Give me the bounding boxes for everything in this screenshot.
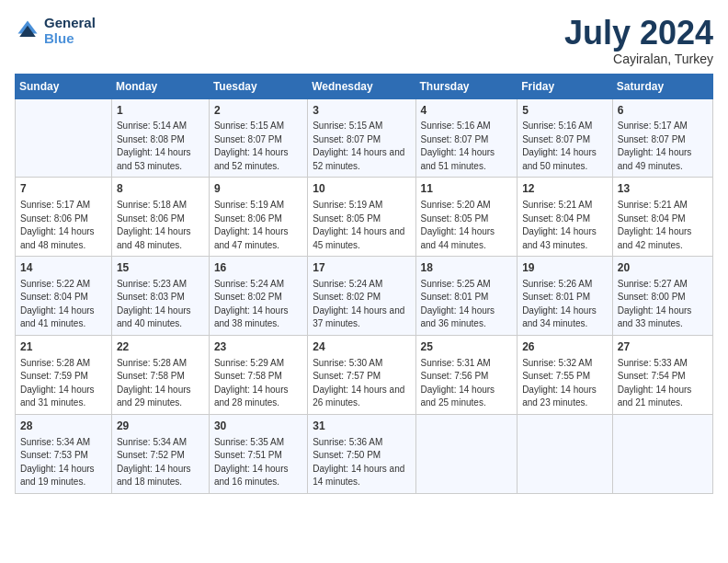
day-number: 30 — [214, 419, 302, 434]
cell-info: Sunrise: 5:26 AMSunset: 8:01 PMDaylight:… — [522, 278, 608, 331]
cell-info: Sunrise: 5:34 AMSunset: 7:53 PMDaylight:… — [20, 436, 107, 489]
cell-info: Sunrise: 5:28 AMSunset: 7:58 PMDaylight:… — [117, 357, 204, 410]
title-block: July 2024 Cayiralan, Turkey — [564, 15, 713, 66]
calendar-row-1: 7Sunrise: 5:17 AMSunset: 8:06 PMDaylight… — [16, 178, 713, 257]
day-number: 9 — [214, 181, 302, 197]
calendar-cell: 3Sunrise: 5:15 AMSunset: 8:07 PMDaylight… — [308, 98, 415, 178]
cell-info: Sunrise: 5:16 AMSunset: 8:07 PMDaylight:… — [421, 120, 513, 173]
cell-info: Sunrise: 5:15 AMSunset: 8:07 PMDaylight:… — [214, 120, 302, 173]
day-number: 5 — [522, 103, 608, 119]
day-number: 18 — [421, 260, 513, 276]
cell-info: Sunrise: 5:19 AMSunset: 8:05 PMDaylight:… — [313, 199, 410, 252]
day-number: 23 — [214, 339, 302, 355]
header-wednesday: Wednesday — [308, 74, 415, 98]
day-number: 14 — [20, 260, 107, 276]
logo-text: General Blue — [44, 15, 96, 46]
day-number: 21 — [20, 339, 107, 355]
cell-info: Sunrise: 5:17 AMSunset: 8:07 PMDaylight:… — [618, 120, 708, 173]
calendar-cell: 1Sunrise: 5:14 AMSunset: 8:08 PMDaylight… — [111, 98, 209, 178]
cell-info: Sunrise: 5:25 AMSunset: 8:01 PMDaylight:… — [421, 278, 513, 331]
calendar-subtitle: Cayiralan, Turkey — [564, 52, 713, 66]
calendar-cell: 9Sunrise: 5:19 AMSunset: 8:06 PMDaylight… — [209, 178, 307, 257]
day-number: 25 — [421, 339, 513, 355]
day-number: 12 — [522, 181, 608, 197]
day-number: 7 — [20, 181, 107, 197]
calendar-cell: 31Sunrise: 5:36 AMSunset: 7:50 PMDayligh… — [308, 414, 415, 493]
calendar-cell: 8Sunrise: 5:18 AMSunset: 8:06 PMDaylight… — [111, 178, 209, 257]
day-number: 31 — [313, 419, 410, 434]
calendar-cell: 14Sunrise: 5:22 AMSunset: 8:04 PMDayligh… — [16, 257, 112, 336]
header-saturday: Saturday — [612, 74, 712, 98]
calendar-row-0: 1Sunrise: 5:14 AMSunset: 8:08 PMDaylight… — [16, 98, 713, 178]
day-number: 8 — [117, 181, 204, 197]
calendar-cell: 26Sunrise: 5:32 AMSunset: 7:55 PMDayligh… — [518, 335, 613, 414]
calendar-cell: 24Sunrise: 5:30 AMSunset: 7:57 PMDayligh… — [308, 335, 415, 414]
calendar-cell: 7Sunrise: 5:17 AMSunset: 8:06 PMDaylight… — [16, 178, 112, 257]
cell-info: Sunrise: 5:21 AMSunset: 8:04 PMDaylight:… — [522, 199, 608, 252]
calendar-cell: 17Sunrise: 5:24 AMSunset: 8:02 PMDayligh… — [308, 257, 415, 336]
cell-info: Sunrise: 5:28 AMSunset: 7:59 PMDaylight:… — [20, 357, 107, 410]
calendar-cell: 25Sunrise: 5:31 AMSunset: 7:56 PMDayligh… — [415, 335, 518, 414]
cell-info: Sunrise: 5:16 AMSunset: 8:07 PMDaylight:… — [522, 120, 608, 173]
header-thursday: Thursday — [415, 74, 518, 98]
day-number: 4 — [421, 103, 513, 119]
day-number: 15 — [117, 260, 204, 276]
day-number: 16 — [214, 260, 302, 276]
cell-info: Sunrise: 5:18 AMSunset: 8:06 PMDaylight:… — [117, 199, 204, 252]
logo: General Blue — [15, 15, 96, 46]
cell-info: Sunrise: 5:31 AMSunset: 7:56 PMDaylight:… — [421, 357, 513, 410]
cell-info: Sunrise: 5:17 AMSunset: 8:06 PMDaylight:… — [20, 199, 107, 252]
header-sunday: Sunday — [16, 74, 112, 98]
calendar-cell: 23Sunrise: 5:29 AMSunset: 7:58 PMDayligh… — [209, 335, 307, 414]
calendar-cell: 30Sunrise: 5:35 AMSunset: 7:51 PMDayligh… — [209, 414, 307, 493]
day-number: 27 — [618, 339, 708, 355]
header-monday: Monday — [111, 74, 209, 98]
calendar-cell: 10Sunrise: 5:19 AMSunset: 8:05 PMDayligh… — [308, 178, 415, 257]
calendar-cell: 22Sunrise: 5:28 AMSunset: 7:58 PMDayligh… — [111, 335, 209, 414]
header-row: Sunday Monday Tuesday Wednesday Thursday… — [16, 74, 713, 98]
day-number: 20 — [618, 260, 708, 276]
day-number: 24 — [313, 339, 410, 355]
day-number: 13 — [618, 181, 708, 197]
calendar-cell — [612, 414, 712, 493]
cell-info: Sunrise: 5:23 AMSunset: 8:03 PMDaylight:… — [117, 278, 204, 331]
calendar-cell: 27Sunrise: 5:33 AMSunset: 7:54 PMDayligh… — [612, 335, 712, 414]
day-number: 29 — [117, 419, 204, 434]
cell-info: Sunrise: 5:24 AMSunset: 8:02 PMDaylight:… — [214, 278, 302, 331]
cell-info: Sunrise: 5:36 AMSunset: 7:50 PMDaylight:… — [313, 436, 410, 489]
calendar-cell: 4Sunrise: 5:16 AMSunset: 8:07 PMDaylight… — [415, 98, 518, 178]
cell-info: Sunrise: 5:35 AMSunset: 7:51 PMDaylight:… — [214, 436, 302, 489]
day-number: 22 — [117, 339, 204, 355]
calendar-cell: 2Sunrise: 5:15 AMSunset: 8:07 PMDaylight… — [209, 98, 307, 178]
header-tuesday: Tuesday — [209, 74, 307, 98]
day-number: 26 — [522, 339, 608, 355]
cell-info: Sunrise: 5:20 AMSunset: 8:05 PMDaylight:… — [421, 199, 513, 252]
cell-info: Sunrise: 5:29 AMSunset: 7:58 PMDaylight:… — [214, 357, 302, 410]
header-friday: Friday — [518, 74, 613, 98]
calendar-cell: 11Sunrise: 5:20 AMSunset: 8:05 PMDayligh… — [415, 178, 518, 257]
day-number: 11 — [421, 181, 513, 197]
day-number: 3 — [313, 103, 410, 119]
cell-info: Sunrise: 5:22 AMSunset: 8:04 PMDaylight:… — [20, 278, 107, 331]
calendar-cell: 15Sunrise: 5:23 AMSunset: 8:03 PMDayligh… — [111, 257, 209, 336]
calendar-row-2: 14Sunrise: 5:22 AMSunset: 8:04 PMDayligh… — [16, 257, 713, 336]
cell-info: Sunrise: 5:27 AMSunset: 8:00 PMDaylight:… — [618, 278, 708, 331]
cell-info: Sunrise: 5:14 AMSunset: 8:08 PMDaylight:… — [117, 120, 204, 173]
logo-icon — [15, 17, 40, 43]
calendar-cell: 19Sunrise: 5:26 AMSunset: 8:01 PMDayligh… — [518, 257, 613, 336]
calendar-cell: 16Sunrise: 5:24 AMSunset: 8:02 PMDayligh… — [209, 257, 307, 336]
cell-info: Sunrise: 5:32 AMSunset: 7:55 PMDaylight:… — [522, 357, 608, 410]
calendar-cell: 29Sunrise: 5:34 AMSunset: 7:52 PMDayligh… — [111, 414, 209, 493]
calendar-cell: 13Sunrise: 5:21 AMSunset: 8:04 PMDayligh… — [612, 178, 712, 257]
calendar-cell: 6Sunrise: 5:17 AMSunset: 8:07 PMDaylight… — [612, 98, 712, 178]
calendar-row-3: 21Sunrise: 5:28 AMSunset: 7:59 PMDayligh… — [16, 335, 713, 414]
calendar-cell: 20Sunrise: 5:27 AMSunset: 8:00 PMDayligh… — [612, 257, 712, 336]
cell-info: Sunrise: 5:30 AMSunset: 7:57 PMDaylight:… — [313, 357, 410, 410]
calendar-cell — [16, 98, 112, 178]
cell-info: Sunrise: 5:15 AMSunset: 8:07 PMDaylight:… — [313, 120, 410, 173]
day-number: 1 — [117, 103, 204, 119]
day-number: 10 — [313, 181, 410, 197]
calendar-title: July 2024 — [564, 15, 713, 52]
calendar-cell: 28Sunrise: 5:34 AMSunset: 7:53 PMDayligh… — [16, 414, 112, 493]
day-number: 6 — [618, 103, 708, 119]
